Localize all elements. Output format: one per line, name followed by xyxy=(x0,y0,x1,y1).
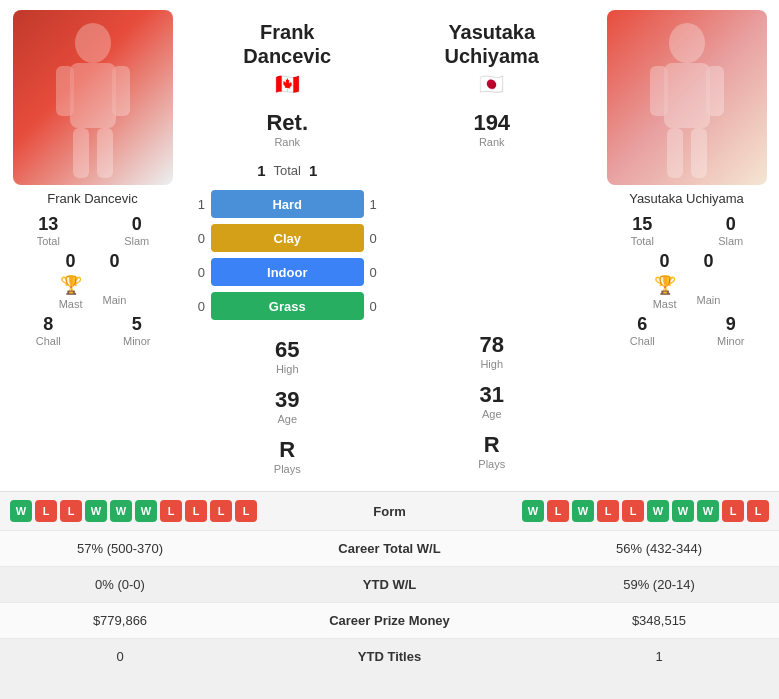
stat-center-3: YTD Titles xyxy=(240,639,539,675)
player1-flag: 🇨🇦 xyxy=(275,72,300,96)
form-badge: W xyxy=(10,500,32,522)
player2-trophy-row: 0 🏆 Mast 0 Main xyxy=(594,247,779,314)
player1-total-label: Total xyxy=(10,235,87,247)
surface-grass-row: 0 Grass 0 xyxy=(185,292,390,320)
player2-rank-label: Rank xyxy=(473,136,510,148)
form-badge: L xyxy=(60,500,82,522)
form-badge: L xyxy=(210,500,232,522)
hard-bar: Hard xyxy=(211,190,364,218)
stats-row: 0 YTD Titles 1 xyxy=(0,639,779,675)
stat-center-1: YTD W/L xyxy=(240,567,539,603)
center-column-right: Yasutaka Uchiyama 🇯🇵 194 Rank 78 High 31… xyxy=(390,10,595,481)
player2-mast-cell: 0 🏆 Mast xyxy=(653,251,677,310)
player2-total-label: Total xyxy=(604,235,681,247)
center-column: Frank Dancevic 🇨🇦 Ret. Rank 1 Total 1 1 xyxy=(185,10,390,481)
player1-stats: 13 Total 0 Slam xyxy=(0,214,185,247)
hard-p1: 1 xyxy=(185,197,205,212)
player2-minor-label: Minor xyxy=(693,335,770,347)
svg-rect-9 xyxy=(706,66,724,116)
player1-main-label: Main xyxy=(103,294,127,306)
clay-p1: 0 xyxy=(185,231,205,246)
form-badge: L xyxy=(160,500,182,522)
player2-form-badges: WLWLLWWWLL xyxy=(440,500,770,522)
indoor-p2: 0 xyxy=(370,265,390,280)
form-badge: W xyxy=(572,500,594,522)
player1-rank-value: Ret. xyxy=(266,110,308,136)
stat-right-1: 59% (20-14) xyxy=(539,567,779,603)
indoor-p1: 0 xyxy=(185,265,205,280)
player1-main-value: 0 xyxy=(109,251,119,272)
top-section: Frank Dancevic 13 Total 0 Slam 0 🏆 Mast xyxy=(0,0,779,491)
player2-slam-label: Slam xyxy=(693,235,770,247)
main-container: Frank Dancevic 13 Total 0 Slam 0 🏆 Mast xyxy=(0,0,779,674)
player2-high-label: High xyxy=(480,358,504,370)
svg-rect-7 xyxy=(664,63,710,128)
player1-lower-stats: 8 Chall 5 Minor xyxy=(0,314,185,347)
player2-name-below: Yasutaka Uchiyama xyxy=(629,191,744,206)
player1-plays-label: Plays xyxy=(274,463,301,475)
player2-mast-value: 0 xyxy=(660,251,670,272)
player2-stats: 15 Total 0 Slam xyxy=(594,214,779,247)
player2-total-cell: 15 Total xyxy=(604,214,681,247)
stat-right-2: $348,515 xyxy=(539,603,779,639)
svg-rect-2 xyxy=(56,66,74,116)
player1-minor-value: 5 xyxy=(99,314,176,335)
player1-slam-label: Slam xyxy=(99,235,176,247)
form-badge: L xyxy=(547,500,569,522)
surface-clay-row: 0 Clay 0 xyxy=(185,224,390,252)
player2-high-value: 78 xyxy=(480,332,504,358)
svg-rect-3 xyxy=(112,66,130,116)
stat-left-1: 0% (0-0) xyxy=(0,567,240,603)
form-badge: L xyxy=(235,500,257,522)
player2-card: Yasutaka Uchiyama 15 Total 0 Slam 0 🏆 Ma… xyxy=(594,10,779,481)
form-badge: L xyxy=(185,500,207,522)
player1-name-below: Frank Dancevic xyxy=(47,191,137,206)
surface-hard-row: 1 Hard 1 xyxy=(185,190,390,218)
player1-trophy-row: 0 🏆 Mast 0 Main xyxy=(0,247,185,314)
clay-bar: Clay xyxy=(211,224,364,252)
svg-point-0 xyxy=(75,23,111,63)
svg-rect-8 xyxy=(650,66,668,116)
player2-age-value: 31 xyxy=(480,382,504,408)
total-p1: 1 xyxy=(257,162,265,179)
hard-p2: 1 xyxy=(370,197,390,212)
player1-rank-stat: Ret. Rank xyxy=(266,110,308,148)
player2-main-value: 0 xyxy=(703,251,713,272)
stat-center-0: Career Total W/L xyxy=(240,531,539,567)
stat-right-0: 56% (432-344) xyxy=(539,531,779,567)
total-label: Total xyxy=(274,163,301,178)
player1-minor-cell: 5 Minor xyxy=(99,314,176,347)
player1-slam-cell: 0 Slam xyxy=(99,214,176,247)
player2-plays-label: Plays xyxy=(478,458,505,470)
svg-rect-1 xyxy=(70,63,116,128)
player1-mast-value: 0 xyxy=(66,251,76,272)
stats-row: 57% (500-370) Career Total W/L 56% (432-… xyxy=(0,531,779,567)
svg-rect-5 xyxy=(97,128,113,178)
player1-slam-value: 0 xyxy=(99,214,176,235)
stat-center-2: Career Prize Money xyxy=(240,603,539,639)
player1-minor-label: Minor xyxy=(99,335,176,347)
grass-p1: 0 xyxy=(185,299,205,314)
player2-age-label: Age xyxy=(480,408,504,420)
player1-high-label: High xyxy=(275,363,299,375)
player1-form-badges: WLLWWWLLLL xyxy=(10,500,340,522)
stat-left-2: $779,866 xyxy=(0,603,240,639)
form-badge: W xyxy=(110,500,132,522)
clay-p2: 0 xyxy=(370,231,390,246)
player2-chall-label: Chall xyxy=(604,335,681,347)
player1-rank-label: Rank xyxy=(266,136,308,148)
player2-chall-value: 6 xyxy=(604,314,681,335)
player2-name-header: Yasutaka Uchiyama xyxy=(445,20,540,68)
player2-minor-value: 9 xyxy=(693,314,770,335)
player1-age-stat: 39 Age xyxy=(275,387,299,425)
player1-age-value: 39 xyxy=(275,387,299,413)
grass-bar: Grass xyxy=(211,292,364,320)
player1-total-cell: 13 Total xyxy=(10,214,87,247)
player1-photo xyxy=(13,10,173,185)
stat-left-3: 0 xyxy=(0,639,240,675)
player1-plays-value: R xyxy=(274,437,301,463)
player2-flag: 🇯🇵 xyxy=(479,72,504,96)
form-badge: L xyxy=(597,500,619,522)
player2-main-cell: 0 Main xyxy=(697,251,721,310)
player1-card: Frank Dancevic 13 Total 0 Slam 0 🏆 Mast xyxy=(0,10,185,481)
